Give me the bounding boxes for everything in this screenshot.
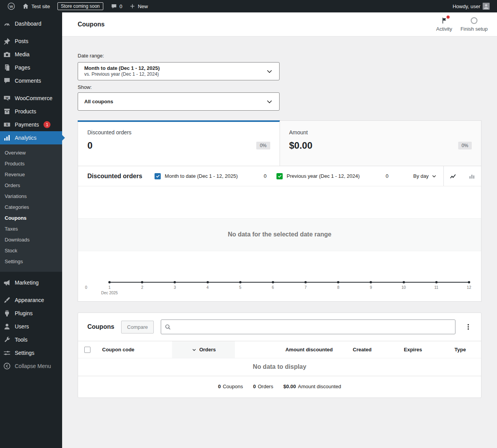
y-axis-tick-label: 0	[85, 285, 87, 290]
admin-bar: W Test site Store coming soon 0 New Howd…	[0, 0, 497, 12]
submenu-item-settings[interactable]: Settings	[0, 256, 62, 267]
show-filter-select[interactable]: All coupons	[78, 92, 280, 111]
interval-select[interactable]: By day	[407, 166, 443, 186]
submenu-item-downloads[interactable]: Downloads	[0, 234, 62, 245]
site-name: Test site	[31, 3, 50, 9]
tile-delta-badge: 0%	[458, 142, 472, 149]
page-title: Coupons	[78, 21, 104, 28]
products-icon	[3, 108, 11, 115]
sidebar-item-payments[interactable]: $ Payments 1	[0, 118, 62, 131]
sidebar-item-marketing[interactable]: Marketing	[0, 276, 62, 289]
new-content-button[interactable]: New	[126, 0, 151, 12]
chart-type-toggle	[443, 166, 481, 186]
woocommerce-icon: W	[3, 94, 11, 102]
submenu-item-overview[interactable]: Overview	[0, 147, 62, 158]
notification-dot	[447, 16, 450, 19]
submenu-item-variations[interactable]: Variations	[0, 191, 62, 201]
submenu-item-categories[interactable]: Categories	[0, 201, 62, 212]
tile-delta-badge: 0%	[256, 142, 270, 149]
sidebar-item-dashboard[interactable]: Dashboard	[0, 17, 62, 30]
tile-value: 0	[87, 140, 92, 151]
table-menu-button[interactable]	[462, 321, 474, 333]
comments-count: 0	[120, 3, 122, 9]
submenu-item-orders[interactable]: Orders	[0, 180, 62, 191]
search-input[interactable]	[161, 320, 455, 334]
sidebar-item-woocommerce[interactable]: W WooCommerce	[0, 92, 62, 105]
column-header-type[interactable]: Type	[422, 341, 466, 358]
table-title: Coupons	[87, 323, 114, 330]
column-header-created[interactable]: Created	[333, 341, 372, 358]
search-box	[161, 320, 455, 334]
chevron-down-icon	[265, 97, 274, 106]
legend-item-current-period[interactable]: Month to date (Dec 1 - 12, 2025) 0	[155, 173, 266, 179]
howdy-text: Howdy, user	[453, 3, 480, 9]
sidebar-item-plugins[interactable]: Plugins	[0, 307, 62, 320]
chevron-down-icon	[265, 67, 274, 76]
submenu-item-taxes[interactable]: Taxes	[0, 223, 62, 234]
column-header-amount-discounted[interactable]: Amount discounted	[235, 341, 333, 358]
page-header: Coupons Activity Finish setup	[62, 12, 497, 36]
summary-tile-discounted-orders[interactable]: Discounted orders 0 0%	[78, 121, 280, 166]
sidebar-item-analytics[interactable]: Analytics	[0, 131, 62, 144]
summary-orders-count: 0Orders	[253, 384, 273, 389]
chart-empty-message: No data for the selected date range	[78, 186, 481, 283]
sidebar-item-media[interactable]: Media	[0, 48, 62, 61]
finish-setup-button[interactable]: Finish setup	[458, 17, 490, 32]
date-range-select[interactable]: Month to date (Dec 1 - 12, 2025) vs. Pre…	[78, 62, 280, 80]
submenu-item-revenue[interactable]: Revenue	[0, 169, 62, 180]
column-header-coupon-code[interactable]: Coupon code	[97, 341, 172, 358]
appearance-icon	[3, 296, 11, 304]
table-empty-message: No data to display	[78, 358, 481, 376]
summary-amount-discounted: $0.00Amount discounted	[283, 384, 341, 389]
column-header-expires[interactable]: Expires	[372, 341, 422, 358]
site-name-link[interactable]: Test site	[19, 0, 54, 12]
summary-tiles: Discounted orders 0 0% Amount $0.00 0%	[78, 120, 481, 166]
activity-button[interactable]: Activity	[430, 17, 458, 32]
users-icon	[3, 323, 11, 330]
x-axis-month-label: Dec 2025	[101, 291, 118, 295]
column-header-orders[interactable]: Orders	[172, 341, 235, 358]
submenu-item-coupons[interactable]: Coupons	[0, 212, 62, 223]
dashboard-icon	[3, 20, 11, 28]
comments-shortcut[interactable]: 0	[107, 0, 126, 12]
pages-icon	[3, 64, 11, 71]
sidebar-item-posts[interactable]: Posts	[0, 35, 62, 48]
new-label: New	[138, 3, 148, 9]
wordpress-logo-icon: W	[7, 2, 15, 10]
chevron-down-icon	[431, 173, 437, 179]
sidebar-item-appearance[interactable]: Appearance	[0, 293, 62, 307]
submenu-item-stock[interactable]: Stock	[0, 245, 62, 256]
bar-chart-button[interactable]	[462, 166, 481, 186]
sidebar-item-pages[interactable]: Pages	[0, 61, 62, 74]
payments-count-badge: 1	[43, 121, 50, 128]
sidebar-item-settings[interactable]: Settings	[0, 346, 62, 359]
search-icon	[164, 323, 171, 330]
legend-item-previous-period[interactable]: Previous year (Dec 1 - 12, 2024) 0	[276, 173, 388, 179]
comments-icon	[3, 77, 11, 85]
sidebar-item-comments[interactable]: Comments	[0, 74, 62, 87]
wordpress-logo-button[interactable]: W	[4, 0, 19, 12]
summary-coupons-count: 0Coupons	[218, 384, 243, 389]
home-icon	[22, 3, 29, 10]
checkbox-checked-icon	[155, 173, 161, 179]
sidebar-item-tools[interactable]: Tools	[0, 333, 62, 346]
sidebar-item-products[interactable]: Products	[0, 105, 62, 118]
sidebar-item-collapse-menu[interactable]: Collapse Menu	[0, 359, 62, 373]
posts-icon	[3, 37, 11, 45]
compare-button[interactable]: Compare	[121, 321, 153, 333]
sidebar-item-users[interactable]: Users	[0, 320, 62, 333]
date-range-label: Date range:	[78, 53, 481, 59]
summary-tile-amount[interactable]: Amount $0.00 0%	[280, 121, 481, 166]
new-plus-icon	[129, 3, 136, 9]
chart-title: Discounted orders	[87, 173, 142, 180]
collapse-icon	[3, 362, 11, 370]
analytics-submenu: Overview Products Revenue Orders Variati…	[0, 144, 62, 272]
line-chart-button[interactable]	[444, 166, 462, 186]
submenu-item-products[interactable]: Products	[0, 158, 62, 169]
avatar	[483, 3, 490, 10]
tile-value: $0.00	[289, 140, 313, 151]
store-coming-soon-badge: Store coming soon	[57, 2, 103, 10]
account-menu[interactable]: Howdy, user	[449, 0, 493, 12]
select-all-checkbox[interactable]	[84, 347, 90, 353]
table-summary: 0Coupons 0Orders $0.00Amount discounted	[78, 376, 481, 398]
